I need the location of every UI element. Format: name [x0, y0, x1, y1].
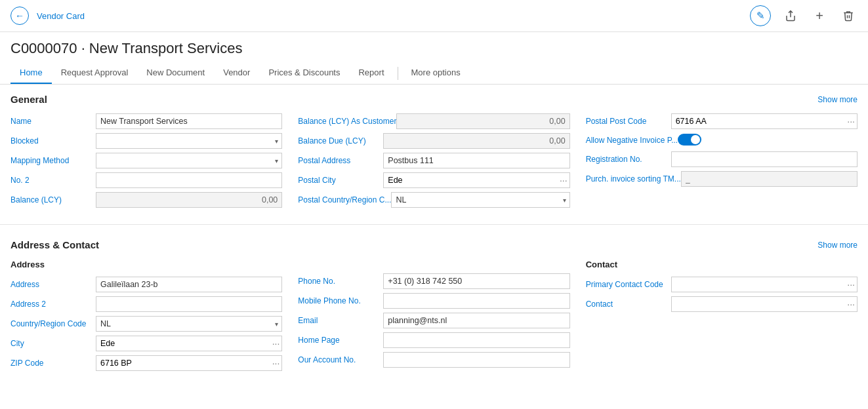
- field-postal-country-label: Postal Country/Region C...: [298, 195, 391, 204]
- field-account-label: Our Account No.: [298, 355, 383, 364]
- field-address1-input[interactable]: [96, 277, 282, 292]
- field-postal-postcode-row: Postal Post Code ···: [586, 111, 858, 131]
- field-allow-negative-wrap: [678, 134, 858, 147]
- field-email-input[interactable]: [383, 313, 569, 328]
- field-postal-city-ellipsis[interactable]: ···: [558, 175, 569, 185]
- field-address2-input[interactable]: [96, 296, 282, 312]
- address-contact-show-more[interactable]: Show more: [817, 241, 858, 250]
- field-balance-due-row: Balance Due (LCY): [298, 131, 569, 151]
- field-balance-row: Balance (LCY): [10, 190, 282, 210]
- tab-bar: Home Request Approval New Document Vendo…: [0, 62, 868, 85]
- field-postal-country-wrap: NL: [391, 192, 569, 208]
- tab-report[interactable]: Report: [349, 62, 393, 84]
- field-contact-wrap: ···: [671, 296, 858, 312]
- contact-subtitle: Contact: [586, 257, 858, 269]
- delete-icon-button[interactable]: [839, 7, 858, 25]
- field-country-select[interactable]: NL: [96, 316, 282, 332]
- field-postal-country-select[interactable]: NL: [391, 192, 569, 208]
- field-primary-contact-label: Primary Contact Code: [586, 280, 671, 289]
- field-postal-country-row: Postal Country/Region C... NL: [298, 190, 569, 210]
- field-zip-wrap: ···: [96, 355, 282, 371]
- back-button[interactable]: ←: [10, 7, 29, 25]
- field-contact-input[interactable]: [672, 298, 846, 311]
- field-zip-input[interactable]: [96, 357, 270, 370]
- field-phone-label: Phone No.: [298, 277, 383, 286]
- tab-home[interactable]: Home: [10, 62, 52, 84]
- page-title: C0000070 · New Transport Services: [0, 32, 868, 57]
- general-col1: Name Blocked Mapping Method: [10, 111, 282, 210]
- field-registration-row: Registration No.: [586, 149, 858, 169]
- contact-col: Contact Primary Contact Code ··· Contact…: [586, 257, 858, 373]
- field-mapping-row: Mapping Method: [10, 151, 282, 170]
- general-col2: Balance (LCY) As Customer Balance Due (L…: [298, 111, 569, 210]
- allow-negative-toggle[interactable]: [678, 134, 701, 146]
- field-registration-input[interactable]: [671, 151, 858, 167]
- field-blocked-wrap: [96, 133, 282, 149]
- field-balance-customer-row: Balance (LCY) As Customer: [298, 111, 569, 131]
- field-mapping-label: Mapping Method: [10, 156, 96, 165]
- phone-col: Phone No. Mobile Phone No. Email Home Pa…: [298, 257, 569, 373]
- field-address1-label: Address: [10, 280, 96, 289]
- field-mapping-select[interactable]: [96, 153, 282, 168]
- field-zip-label: ZIP Code: [10, 359, 96, 368]
- address-contact-grid: Address Address Address 2 Country/Region…: [10, 257, 858, 373]
- field-balance-due-wrap: [383, 133, 569, 149]
- field-no2-input[interactable]: [96, 172, 282, 188]
- field-postal-postcode-label: Postal Post Code: [586, 117, 671, 126]
- tab-divider: [398, 67, 398, 80]
- field-homepage-input[interactable]: [383, 332, 569, 348]
- field-city-row: City ···: [10, 334, 282, 353]
- field-balance-due-label: Balance Due (LCY): [298, 136, 383, 146]
- field-address1-row: Address: [10, 275, 282, 294]
- add-icon-button[interactable]: +: [810, 7, 829, 25]
- field-postal-city-row: Postal City ···: [298, 170, 569, 190]
- field-blocked-label: Blocked: [10, 136, 96, 146]
- field-zip-ellipsis[interactable]: ···: [270, 358, 282, 368]
- field-primary-contact-ellipsis[interactable]: ···: [845, 279, 857, 290]
- field-registration-wrap: [671, 151, 858, 167]
- field-homepage-label: Home Page: [298, 336, 383, 345]
- field-registration-label: Registration No.: [586, 155, 671, 164]
- field-postal-city-input[interactable]: [384, 174, 558, 187]
- address-contact-title: Address & Contact: [10, 239, 99, 250]
- field-postal-address-wrap: [383, 153, 569, 168]
- field-phone-input[interactable]: [383, 273, 569, 289]
- address-col: Address Address Address 2 Country/Region…: [10, 257, 282, 373]
- field-city-label: City: [10, 339, 96, 348]
- field-phone-row: Phone No.: [298, 271, 569, 291]
- tab-prices-discounts[interactable]: Prices & Discounts: [259, 62, 349, 84]
- field-postal-address-input[interactable]: [383, 153, 569, 168]
- section-separator: [0, 224, 868, 225]
- field-account-input[interactable]: [383, 352, 569, 368]
- field-postal-city-wrap: ···: [383, 172, 569, 188]
- field-postal-postcode-ellipsis[interactable]: ···: [845, 116, 857, 127]
- field-postal-postcode-input[interactable]: [672, 115, 846, 128]
- tab-request-approval[interactable]: Request Approval: [52, 62, 138, 84]
- field-postal-address-row: Postal Address: [298, 151, 569, 170]
- field-no2-label: No. 2: [10, 176, 96, 185]
- field-purch-sorting-label: Purch. invoice sorting TM...: [586, 174, 681, 184]
- edit-icon-button[interactable]: ✎: [750, 5, 771, 26]
- tab-vendor[interactable]: Vendor: [214, 62, 259, 84]
- share-icon-button[interactable]: [781, 7, 800, 25]
- field-country-label: Country/Region Code: [10, 319, 96, 328]
- field-primary-contact-input[interactable]: [672, 278, 846, 291]
- field-mobile-input[interactable]: [383, 293, 569, 309]
- field-balance-customer-input: [396, 113, 569, 129]
- field-blocked-select[interactable]: [96, 133, 282, 149]
- field-city-input[interactable]: [96, 337, 270, 350]
- address-contact-section: Address & Contact Show more Address Addr…: [0, 230, 868, 382]
- tab-more-options[interactable]: More options: [402, 62, 470, 84]
- field-balance-wrap: [96, 192, 282, 208]
- field-name-row: Name: [10, 111, 282, 131]
- breadcrumb-link[interactable]: Vendor Card: [37, 11, 85, 21]
- field-no2-wrap: [96, 172, 282, 188]
- general-section: General Show more Name Blocked Mapping M…: [0, 85, 868, 219]
- general-show-more[interactable]: Show more: [817, 95, 858, 104]
- tab-new-document[interactable]: New Document: [137, 62, 214, 84]
- general-col3: Postal Post Code ··· Allow Negative Invo…: [586, 111, 858, 210]
- field-city-ellipsis[interactable]: ···: [270, 338, 282, 349]
- field-name-input[interactable]: [96, 113, 282, 129]
- field-allow-negative-label: Allow Negative Invoice P...: [586, 136, 678, 145]
- field-contact-ellipsis[interactable]: ···: [845, 299, 857, 309]
